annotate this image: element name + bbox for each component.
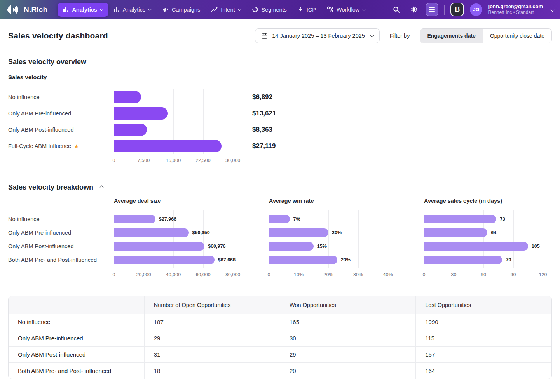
breakdown-section-title: Sales velocity breakdown xyxy=(8,183,93,192)
bar[interactable] xyxy=(269,242,314,251)
bar[interactable] xyxy=(114,242,204,251)
overview-x-axis: 0 7,500 15,000 22,500 30,000 xyxy=(114,158,233,164)
intent-trend-icon xyxy=(211,6,218,13)
filter-by-label: Filter by xyxy=(390,33,410,39)
megaphone-icon xyxy=(162,6,169,13)
filter-engagements-date-button[interactable]: Engagements date xyxy=(420,29,482,43)
gridline xyxy=(388,210,388,268)
table-row: Only ABM Post-influenced 31 29 157 xyxy=(9,346,551,362)
bar-only-abm-post-influenced[interactable] xyxy=(114,124,147,136)
navbar-right-cluster: B JG john.greer@gmail.com Bennett Inc • … xyxy=(391,3,554,16)
category-label: No influence xyxy=(8,212,114,226)
segments-circle-icon xyxy=(252,6,258,13)
value-label: $8,363 xyxy=(252,122,276,138)
table-row: Both ABM Pre- and Post- influenced 18 20… xyxy=(9,362,551,379)
x-axis: 0 10% 20% 30% 40% xyxy=(269,272,388,278)
overview-plot-area: 0 7,500 15,000 22,500 30,000 xyxy=(114,89,233,164)
x-axis: 0 20,000 40,000 60,000 80,000 xyxy=(114,272,233,278)
bar[interactable] xyxy=(424,215,496,223)
avatar[interactable]: JG xyxy=(470,3,482,16)
bar-chart-icon xyxy=(114,7,120,12)
chevron-down-icon xyxy=(362,7,366,11)
workflow-nodes-icon xyxy=(327,6,333,13)
bar[interactable] xyxy=(114,228,189,237)
bar-full-cycle-abm-influence[interactable] xyxy=(114,140,222,152)
bar[interactable] xyxy=(114,215,155,223)
gridline xyxy=(233,89,233,154)
filter-opportunity-close-date-button[interactable]: Opportunity close date xyxy=(483,29,551,43)
column-header-open-opportunities: Number of Open Opportunities xyxy=(144,296,280,314)
menu-icon[interactable] xyxy=(426,3,438,16)
overview-section-title: Sales velocity overview xyxy=(8,58,552,66)
table-header-row: Number of Open Opportunities Won Opportu… xyxy=(9,296,551,314)
overview-value-labels: $6,892 $13,621 $8,363 $27,119 xyxy=(252,89,276,164)
category-label: Only ABM Pre-influenced xyxy=(8,105,114,122)
search-icon[interactable] xyxy=(391,4,402,16)
nav-item-workflow[interactable]: Workflow xyxy=(321,0,371,19)
table-row: Only ABM Pre-influenced 29 30 115 xyxy=(9,330,551,346)
date-range-picker[interactable]: 14 January 2025 – 13 February 2025 xyxy=(255,28,380,43)
bar[interactable] xyxy=(424,228,487,237)
waveform-logo-icon xyxy=(7,5,20,15)
bar-only-abm-pre-influenced[interactable] xyxy=(114,107,168,120)
table-row: No influence 187 165 1990 xyxy=(9,314,551,330)
chevron-down-icon xyxy=(99,7,103,11)
nav-item-campaigns[interactable]: Campaigns xyxy=(157,0,206,19)
category-label: Full-Cycle ABM Influence ★ xyxy=(8,138,114,154)
gridline xyxy=(543,210,543,268)
value-label: $6,892 xyxy=(252,89,276,105)
breakdown-charts: No influence Only ABM Pre-influenced Onl… xyxy=(8,198,552,278)
chevron-down-icon xyxy=(237,7,241,11)
gear-icon[interactable] xyxy=(408,4,420,16)
bar[interactable] xyxy=(269,256,337,264)
chart-title: Average sales cycle (in days) xyxy=(424,198,543,210)
category-label: Only ABM Post-influenced xyxy=(8,239,114,253)
user-menu-chevron-down-icon[interactable] xyxy=(551,6,554,13)
bar-chart-icon xyxy=(63,7,69,12)
user-organization: Bennett Inc • Standart xyxy=(488,10,543,16)
bar[interactable] xyxy=(424,256,502,264)
x-axis: 0 30 60 90 120 xyxy=(424,272,543,278)
nav-item-intent[interactable]: Intent xyxy=(206,0,246,19)
nav-item-segments[interactable]: Segments xyxy=(246,0,292,19)
opportunities-table: Number of Open Opportunities Won Opportu… xyxy=(8,296,552,379)
category-label: No influence xyxy=(8,89,114,105)
column-header-lost-opportunities: Lost Opportunities xyxy=(416,296,551,314)
page-header: Sales velocity dashboard 14 January 2025… xyxy=(8,28,552,43)
nav-item-icp[interactable]: ICP xyxy=(292,0,321,19)
nav-analytics-active-button[interactable]: Analytics xyxy=(58,3,108,17)
user-meta: john.greer@gmail.com Bennett Inc • Stand… xyxy=(488,3,543,16)
brand-name: N.Rich xyxy=(24,5,47,14)
breakdown-category-labels: No influence Only ABM Pre-influenced Onl… xyxy=(8,198,114,278)
chart-title: Average win rate xyxy=(269,198,424,210)
bar[interactable] xyxy=(269,215,290,223)
average-deal-size-chart: Average deal size $27,966 $50,350 $60,97… xyxy=(114,198,269,278)
category-label: Only ABM Pre-influenced xyxy=(8,226,114,239)
chart-title: Average deal size xyxy=(114,198,269,210)
bar[interactable] xyxy=(114,256,215,264)
user-email: john.greer@gmail.com xyxy=(488,3,543,10)
sales-velocity-chart: No influence Only ABM Pre-influenced Onl… xyxy=(8,89,552,164)
chevron-down-icon xyxy=(148,7,152,11)
overview-category-labels: No influence Only ABM Pre-influenced Onl… xyxy=(8,89,114,164)
brand[interactable]: N.Rich xyxy=(7,5,47,15)
header-controls: 14 January 2025 – 13 February 2025 Filte… xyxy=(255,28,552,43)
chevron-up-icon xyxy=(99,186,103,190)
bar[interactable] xyxy=(424,242,528,251)
average-win-rate-chart: Average win rate 7% 20% 15% 23% 0 10% 20… xyxy=(269,198,424,278)
collapse-section-button[interactable] xyxy=(98,184,105,191)
nav-item-analytics[interactable]: Analytics xyxy=(108,0,157,19)
category-label: Only ABM Post-influenced xyxy=(8,122,114,138)
value-label: $27,119 xyxy=(252,138,276,154)
lightning-icon xyxy=(298,6,304,13)
workspace-badge[interactable]: B xyxy=(450,3,464,16)
bar-no-influence[interactable] xyxy=(114,91,141,103)
page-title: Sales velocity dashboard xyxy=(8,31,108,40)
chevron-down-icon xyxy=(370,33,374,37)
divider xyxy=(444,5,445,15)
date-range-value: 14 January 2025 – 13 February 2025 xyxy=(272,33,365,39)
top-navbar: N.Rich Analytics Analytics xyxy=(0,0,560,19)
calendar-icon xyxy=(261,33,268,39)
bar[interactable] xyxy=(269,228,328,237)
star-icon: ★ xyxy=(74,143,79,149)
